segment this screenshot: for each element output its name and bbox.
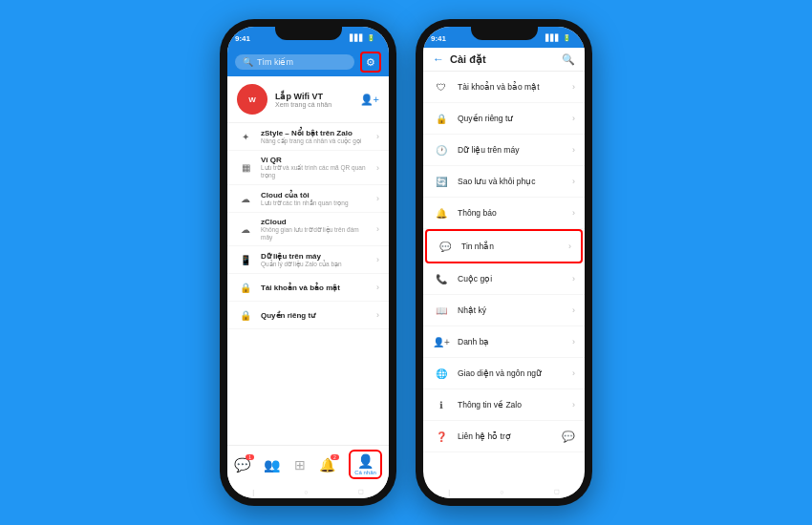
settings-item-about[interactable]: ℹ Thông tin về Zalo › <box>423 389 585 421</box>
search-icon: 🔍 <box>243 57 253 67</box>
menu-label: Tài khoản và bảo mật <box>261 284 370 292</box>
gear-icon: ⚙ <box>366 56 375 69</box>
settings-item-diary[interactable]: 📖 Nhật ký › <box>423 295 585 326</box>
settings-item-calls[interactable]: 📞 Cuộc gọi › <box>423 263 585 295</box>
settings-label: Tài khoản và bảo mật <box>458 82 565 92</box>
battery-icon: 🔋 <box>367 34 375 42</box>
list-item[interactable]: ▦ Ví QR Lưu trữ và xuất trình các mã QR … <box>227 151 389 185</box>
search-field[interactable]: 🔍 Tìm kiếm <box>235 54 354 70</box>
menu-desc: Lưu trữ và xuất trình các mã QR quan trọ… <box>261 164 370 179</box>
list-item[interactable]: ✦ zStyle – Nổi bật trên Zalo Nâng cấp tr… <box>227 123 389 151</box>
settings-label: Liên hệ hỗ trợ <box>458 431 554 441</box>
diary-icon: 📖 <box>433 302 450 319</box>
contacts-icon: 👥 <box>264 457 280 472</box>
settings-item-backup[interactable]: 🔄 Sao lưu và khôi phục › <box>423 166 585 198</box>
arrow-icon: › <box>376 310 379 320</box>
back-icon[interactable]: ← <box>433 52 444 66</box>
menu-text: Ví QR Lưu trữ và xuất trình các mã QR qu… <box>261 156 370 179</box>
back-gesture: | <box>252 489 254 495</box>
nav-chat[interactable]: 💬 1 <box>234 456 250 473</box>
arrow-icon: › <box>572 305 575 315</box>
arrow-icon: › <box>376 163 379 173</box>
settings-item-privacy[interactable]: 🔒 Quyền riêng tư › <box>423 103 585 135</box>
nav-grid[interactable]: ⊞ <box>294 457 306 472</box>
menu-text: Quyền riêng tư <box>261 311 370 320</box>
profile-section[interactable]: W Lắp Wifi VT Xem trang cá nhân 👤+ <box>227 76 389 123</box>
arrow-icon: › <box>572 400 575 410</box>
zstyle-icon: ✦ <box>237 128 254 145</box>
arrow-icon: › <box>376 283 379 292</box>
message-icon: 💬 <box>437 238 454 255</box>
settings-label: Cuộc gọi <box>458 274 565 284</box>
menu-label: Cloud của tôi <box>261 191 370 200</box>
menu-label: zStyle – Nổi bật trên Zalo <box>261 129 370 137</box>
settings-item-data[interactable]: 🕐 Dữ liệu trên máy › <box>423 135 585 166</box>
nav-profile[interactable]: 👤 Cá nhân <box>349 450 382 479</box>
settings-item-messages[interactable]: 💬 Tin nhắn › <box>425 229 583 263</box>
arrow-icon: › <box>376 255 379 264</box>
contacts-icon: 👤+ <box>433 333 450 350</box>
menu-label: zCloud <box>261 218 370 226</box>
settings-search-icon[interactable]: 🔍 <box>562 53 575 66</box>
security-icon: 🔒 <box>237 279 254 296</box>
settings-item-contacts[interactable]: 👤+ Danh bạ › <box>423 326 585 358</box>
settings-label: Danh bạ <box>458 337 565 346</box>
arrow-icon: › <box>376 224 379 234</box>
profile-info: Lắp Wifi VT Xem trang cá nhân <box>275 92 353 108</box>
settings-button[interactable]: ⚙ <box>360 52 381 73</box>
settings-list: 🛡 Tài khoản và bảo mật › 🔒 Quyền riêng t… <box>423 72 585 485</box>
support-icon: ❓ <box>433 428 450 445</box>
notification-icon: 🔔 <box>433 204 450 221</box>
backup-icon: 🔄 <box>433 173 450 190</box>
back-gesture: | <box>448 489 450 495</box>
cloud-icon: ☁ <box>237 190 254 207</box>
menu-text: Dữ liệu trên máy Quản lý dữ liệu Zalo củ… <box>261 252 370 268</box>
settings-item-support[interactable]: ❓ Liên hệ hỗ trợ 💬 <box>423 421 585 452</box>
left-phone: 9:41 ▋▋▋ 🔋 🔍 Tìm kiếm ⚙ W Lắp Wifi VT X <box>220 19 396 506</box>
chat-badge: 1 <box>246 454 254 460</box>
arrow-icon: › <box>572 177 575 186</box>
right-phone: 9:41 ▋▋▋ 🔋 ← Cài đặt 🔍 🛡 Tài khoản và bả… <box>416 19 592 506</box>
nav-notifications[interactable]: 🔔 2 <box>319 456 335 473</box>
profile-name: Lắp Wifi VT <box>275 92 353 101</box>
arrow-icon: › <box>572 82 575 92</box>
arrow-icon: › <box>568 242 571 251</box>
menu-text: Cloud của tôi Lưu trữ các tin nhắn quan … <box>261 191 370 207</box>
home-bar-left: | ○ ◻ <box>227 485 389 498</box>
status-icons-right: ▋▋▋ 🔋 <box>545 34 571 42</box>
data-icon: 📱 <box>237 251 254 268</box>
list-item[interactable]: ☁ Cloud của tôi Lưu trữ các tin nhắn qua… <box>227 185 389 213</box>
status-icons-left: ▋▋▋ 🔋 <box>350 34 375 42</box>
recent-gesture: ◻ <box>554 488 560 495</box>
settings-item-notifications[interactable]: 🔔 Thông báo › <box>423 198 585 229</box>
support-chat-icon: 💬 <box>562 430 575 443</box>
notif-badge: 2 <box>331 454 339 460</box>
arrow-icon: › <box>376 194 379 203</box>
settings-label: Nhật ký <box>458 305 565 315</box>
settings-label: Giao diện và ngôn ngữ <box>458 368 565 378</box>
list-item[interactable]: 🔒 Tài khoản và bảo mật › <box>227 274 389 302</box>
info-icon: ℹ <box>433 396 450 413</box>
settings-item-interface[interactable]: 🌐 Giao diện và ngôn ngữ › <box>423 358 585 389</box>
list-item[interactable]: ☁ zCloud Không gian lưu trữ dữ liệu trên… <box>227 213 389 246</box>
settings-label: Thông báo <box>458 208 565 218</box>
settings-label: Thông tin về Zalo <box>458 400 565 410</box>
home-gesture: ○ <box>304 489 308 495</box>
settings-item-account[interactable]: 🛡 Tài khoản và bảo mật › <box>423 72 585 103</box>
arrow-icon: › <box>572 274 575 284</box>
list-item[interactable]: 📱 Dữ liệu trên máy Quản lý dữ liệu Zalo … <box>227 246 389 274</box>
qr-icon: ▦ <box>237 159 254 177</box>
menu-desc: Nâng cấp trang cá nhân và cuộc gọi <box>261 137 370 145</box>
avatar: W <box>237 84 267 115</box>
bottom-nav: 💬 1 👥 ⊞ 🔔 2 👤 Cá nhân <box>227 445 389 485</box>
menu-list: ✦ zStyle – Nổi bật trên Zalo Nâng cấp tr… <box>227 123 389 445</box>
nav-contacts[interactable]: 👥 <box>264 457 280 472</box>
menu-desc: Quản lý dữ liệu Zalo của bạn <box>261 261 370 268</box>
notch-left <box>275 27 342 40</box>
menu-desc: Không gian lưu trữ dữ liệu trên đám mây <box>261 226 370 241</box>
menu-desc: Lưu trữ các tin nhắn quan trọng <box>261 200 370 207</box>
status-time-right: 9:41 <box>431 34 446 43</box>
menu-text: zCloud Không gian lưu trữ dữ liệu trên đ… <box>261 218 370 241</box>
list-item[interactable]: 🔒 Quyền riêng tư › <box>227 302 389 329</box>
menu-label: Ví QR <box>261 156 370 164</box>
